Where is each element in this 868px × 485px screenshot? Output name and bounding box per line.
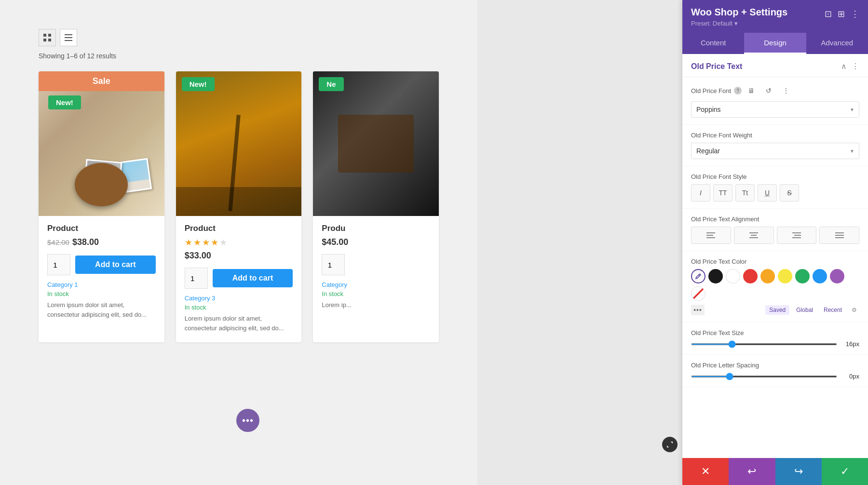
align-center-button[interactable] [734, 227, 774, 244]
add-to-cart-button[interactable]: Add to cart [213, 269, 293, 287]
font-select[interactable]: Poppins Open Sans Roboto Lato [691, 101, 859, 118]
color-more-button[interactable]: ••• [691, 305, 705, 315]
alignment-label: Old Price Text Alignment [691, 216, 859, 223]
color-white[interactable] [726, 269, 740, 283]
quantity-input[interactable] [322, 254, 345, 275]
svg-rect-3 [48, 39, 51, 41]
price-row: $33.00 [185, 251, 293, 261]
recent-tab[interactable]: Recent [820, 305, 846, 315]
help-icon[interactable]: ? [734, 87, 742, 94]
product-name: Produ [322, 224, 430, 233]
product-image-wrapper: New! [176, 71, 302, 216]
letter-spacing-label: Old Price Letter Spacing [691, 362, 859, 369]
undo-button[interactable]: ↩ [729, 458, 775, 485]
product-image [176, 71, 302, 216]
uppercase-button[interactable]: TT [713, 184, 732, 202]
color-settings-icon[interactable]: ⚙ [849, 305, 859, 315]
product-body: Product ★ ★ ★ ★ ★ $33.00 Add to cart Cat… [176, 216, 302, 342]
results-count: Showing 1–6 of 12 results [39, 52, 439, 60]
saved-tab[interactable]: Saved [765, 305, 789, 315]
color-red[interactable] [743, 269, 758, 283]
color-yellow[interactable] [778, 269, 792, 283]
more-icon[interactable]: ⋮ [851, 9, 859, 19]
font-weight-select[interactable]: Regular Bold Light Medium Semi Bold Extr… [691, 143, 859, 159]
quantity-input[interactable] [185, 268, 208, 289]
product-image-wrapper: Sale New! [39, 71, 164, 216]
size-value: 16px [842, 340, 859, 348]
size-range-row: 16px [691, 340, 859, 348]
align-justify-button[interactable] [819, 227, 859, 244]
category-link[interactable]: Category 3 [185, 295, 293, 302]
font-style-row: I TT Tt U S [691, 184, 859, 202]
color-label: Old Price Text Color [691, 258, 859, 265]
capitalize-button[interactable]: Tt [735, 184, 755, 202]
action-bar: ✕ ↩ ↪ ✓ [682, 458, 868, 485]
letter-spacing-range-row: 0px [691, 373, 859, 380]
section-more-icon[interactable]: ⋮ [852, 62, 859, 71]
letter-spacing-value: 0px [842, 373, 859, 380]
view-toolbar [39, 29, 439, 46]
redo-button[interactable]: ↪ [775, 458, 822, 485]
align-right-button[interactable] [777, 227, 817, 244]
font-setting-row: Old Price Font ? 🖥 ↺ ⋮ Poppins Open Sans… [682, 77, 868, 125]
product-description: Lorem ip... [322, 300, 430, 310]
color-orange[interactable] [760, 269, 775, 283]
product-image [313, 71, 439, 216]
category-link[interactable]: Category [322, 281, 430, 288]
quantity-input[interactable] [47, 254, 70, 275]
color-clear[interactable] [691, 286, 705, 301]
font-style-setting-row: Old Price Font Style I TT Tt U S [682, 166, 868, 209]
responsive-icon[interactable]: ⊡ [825, 9, 832, 19]
strikethrough-button[interactable]: S [780, 184, 799, 202]
desktop-icon[interactable]: 🖥 [745, 84, 758, 97]
tab-advanced[interactable]: Advanced [806, 33, 868, 54]
panel-header: Woo Shop + Settings Preset: Default ▾ ⊡ … [682, 0, 868, 33]
tab-design[interactable]: Design [744, 33, 806, 54]
main-content: Showing 1–6 of 12 results Sale New! [0, 0, 477, 485]
letter-spacing-setting-row: Old Price Letter Spacing 0px [682, 355, 868, 387]
add-to-cart-button[interactable]: Add to cart [75, 256, 156, 274]
font-weight-setting-row: Old Price Font Weight Regular Bold Light… [682, 125, 868, 166]
align-left-button[interactable] [691, 227, 731, 244]
cart-row: Add to cart [47, 254, 156, 275]
new-badge: New! [48, 95, 81, 109]
eyedropper-button[interactable] [691, 269, 705, 283]
in-stock-label: In stock [47, 290, 156, 297]
color-green[interactable] [795, 269, 810, 283]
product-description: Lorem ipsum dolor sit amet, consectetur … [185, 314, 293, 333]
size-slider[interactable] [691, 343, 837, 345]
tab-content[interactable]: Content [682, 33, 744, 54]
more-options-button[interactable]: ••• [236, 409, 259, 432]
svg-rect-5 [65, 37, 72, 38]
layout-icon[interactable]: ⊞ [838, 9, 845, 19]
product-name: Product [185, 224, 293, 233]
list-view-button[interactable] [60, 29, 77, 46]
price-row: $42.00 $38.00 [47, 237, 156, 247]
product-name: Product [47, 224, 156, 233]
panel-preset: Preset: Default ▾ [691, 20, 859, 27]
grid-view-button[interactable] [39, 29, 56, 46]
resize-handle[interactable] [662, 437, 678, 452]
color-saved-row: ••• Saved Global Recent ⚙ [691, 305, 859, 315]
panel-tabs: Content Design Advanced [682, 33, 868, 54]
color-blue[interactable] [813, 269, 827, 283]
color-purple[interactable] [830, 269, 844, 283]
product-body: Product $42.00 $38.00 Add to cart Catego… [39, 216, 164, 329]
collapse-icon[interactable]: ∧ [841, 62, 847, 71]
panel-header-icons: ⊡ ⊞ ⋮ [825, 9, 859, 19]
global-tab[interactable]: Global [792, 305, 817, 315]
cancel-button[interactable]: ✕ [682, 458, 729, 485]
font-more-icon[interactable]: ⋮ [779, 84, 793, 97]
underline-button[interactable]: U [758, 184, 777, 202]
italic-button[interactable]: I [691, 184, 710, 202]
category-link[interactable]: Category 1 [47, 281, 156, 288]
section-header-icons: ∧ ⋮ [841, 62, 859, 71]
in-stock-label: In stock [322, 290, 430, 297]
svg-rect-4 [65, 34, 72, 35]
color-black[interactable] [708, 269, 723, 283]
confirm-button[interactable]: ✓ [822, 458, 868, 485]
color-setting-row: Old Price Text Color ••• S [682, 251, 868, 323]
font-action-icons: 🖥 ↺ ⋮ [745, 84, 793, 97]
letter-spacing-slider[interactable] [691, 376, 837, 377]
reset-icon[interactable]: ↺ [762, 84, 775, 97]
